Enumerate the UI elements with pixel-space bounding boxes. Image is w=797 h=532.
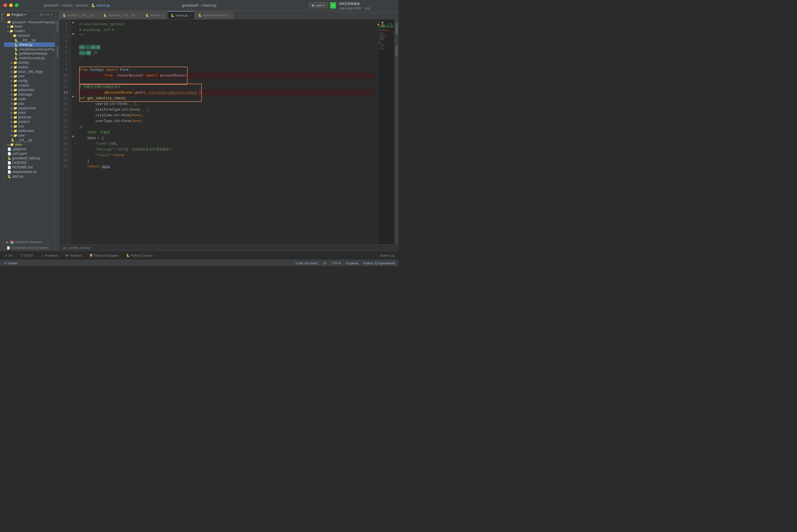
scratches-item[interactable]: 📋 Scratches and Consoles: [4, 245, 55, 251]
breadcrumb-routers[interactable]: routers: [62, 3, 72, 7]
tree-routers[interactable]: ▾ 📁 routers: [4, 29, 55, 33]
payaccount-label: payaccount: [18, 106, 36, 110]
tree-message[interactable]: ▶ 📁 message: [4, 92, 55, 97]
tree-pricerule[interactable]: ▶ 📁 pricerule: [4, 115, 55, 119]
ph-icon-settings[interactable]: ⚙: [47, 13, 49, 16]
tree-gitignore[interactable]: 📄 .gitignore: [4, 147, 55, 151]
fold-21[interactable]: ▶: [71, 133, 75, 139]
minimize-button[interactable]: [9, 3, 13, 7]
close-button[interactable]: [3, 3, 7, 7]
python-version-status[interactable]: Python 3.8 (greedwolf): [363, 262, 396, 265]
code-content[interactable]: #!/usr/bin/env python3 # encoding: utf-8…: [76, 19, 377, 244]
maximize-button[interactable]: [15, 3, 19, 7]
fold-3[interactable]: ▶: [71, 31, 75, 36]
tree-check-py[interactable]: 🐍 check.py: [4, 42, 55, 47]
tree-activity[interactable]: ▶ 📁 activity: [4, 60, 55, 65]
indent-status[interactable]: 4 spaces: [345, 262, 359, 265]
tree-license[interactable]: 📄 LICENSE: [4, 160, 55, 165]
external-libraries-item[interactable]: ▶ 📚 External Libraries: [4, 239, 55, 245]
message-label: message: [18, 93, 32, 96]
tree-datacenter[interactable]: ▶ 📁 datacenter: [4, 88, 55, 92]
tree-conf-yaml[interactable]: 📄 conf.yaml: [4, 151, 55, 156]
tab-problems[interactable]: ⚠ Problems: [40, 251, 60, 260]
project-panel: 📁 Project ▾ ⊞ ≡ ⚙ ✕ ▾ 📁 greedwolf ~/Pych…: [4, 11, 55, 251]
ph-icon-close[interactable]: ✕: [50, 13, 53, 16]
tree-start-py[interactable]: 🐍 start.py: [4, 174, 55, 179]
notification-panel[interactable]: 688天没有备份 当备份磁盘可用时，请连: [336, 0, 398, 13]
tree-venv[interactable]: ▶ 📁 venv: [4, 142, 55, 147]
tree-avalon[interactable]: ▶ 📁 avalon: [4, 65, 55, 70]
start-py-label: start.py: [12, 174, 23, 178]
code-line-15: userId:str=Form(...),: [79, 101, 374, 107]
position-status[interactable]: 13:46 (24 chars): [294, 262, 319, 265]
tree-base[interactable]: ▶ 📁 base: [4, 24, 55, 29]
project-dropdown[interactable]: ▾: [24, 13, 26, 16]
run-button[interactable]: ▶ start ▾: [309, 2, 328, 8]
tree-router-account[interactable]: 🐍 routerAccount.py: [4, 56, 55, 60]
tree-user[interactable]: ▶ 📁 user: [4, 133, 55, 138]
ph-icon-collapse[interactable]: ≡: [44, 13, 45, 16]
commit-label[interactable]: Commit: [1, 13, 3, 22]
tree-getbalance[interactable]: 🐍 getBalanceNew.py: [4, 51, 55, 56]
base-label: base: [15, 24, 22, 28]
tree-point[interactable]: ▶ 📁 point: [4, 110, 55, 115]
tree-order[interactable]: ▶ 📁 order: [4, 97, 55, 101]
database-label[interactable]: Database: [395, 20, 398, 36]
tab-account-init[interactable]: 🐍 account/__init__.py ×: [100, 11, 142, 19]
tab-check[interactable]: 🐍 check.py ×: [167, 11, 195, 19]
tree-requirements[interactable]: 📄 requirements.txt: [4, 170, 55, 174]
run-green-button[interactable]: ▶: [330, 2, 336, 8]
sciview-label[interactable]: SCIView: [395, 44, 398, 58]
terminal-tab-label: Terminal: [70, 254, 81, 257]
tab-event-log[interactable]: Event Log: [378, 251, 396, 260]
tree-readme[interactable]: 📄 README.md: [4, 165, 55, 170]
tree-settlement[interactable]: ▶ 📁 settlement: [4, 129, 55, 133]
tree-basic-info[interactable]: ▶ 📁 basic_info_feign: [4, 70, 55, 74]
ph-icon-layout[interactable]: ⊞: [40, 13, 43, 16]
line-ending-status[interactable]: LF: [322, 262, 328, 265]
python-packages-label: Python Packages: [94, 254, 118, 257]
tree-init[interactable]: 🐍 __init__.py: [4, 38, 55, 42]
tab-git[interactable]: ⎇ Git: [2, 251, 14, 260]
tree-config[interactable]: ▶ 📁 config: [4, 78, 55, 83]
tab-start[interactable]: 🐍 start.py ×: [142, 11, 167, 19]
tree-pay[interactable]: ▶ 📁 pay: [4, 101, 55, 106]
tab-close-5[interactable]: ×: [228, 14, 230, 17]
tree-greedwolf-start[interactable]: 🐍 greedwolf_start.py: [4, 156, 55, 160]
code-editor[interactable]: 1 2 3 4 5 6 7 8 9 10 11 12 13 14 15 16 1…: [59, 19, 398, 244]
tree-product[interactable]: ▶ 📁 product: [4, 119, 55, 124]
tree-coupon[interactable]: ▶ 📁 coupon: [4, 83, 55, 88]
tab-close-4[interactable]: ×: [189, 14, 191, 17]
tree-payaccount[interactable]: ▶ 📁 payaccount: [4, 106, 55, 110]
root-arrow: ▾: [5, 21, 6, 24]
tree-root[interactable]: ▾ 📁 greedwolf ~/PycharmProjects/greedwol…: [4, 20, 55, 24]
tree-rcm[interactable]: ▶ 📁 rcm: [4, 124, 55, 129]
tab-close-3[interactable]: ×: [162, 14, 164, 17]
structure-label[interactable]: Structure: [56, 19, 59, 33]
problems-tab-label: Problems: [45, 254, 58, 257]
git-status[interactable]: ⎇ master: [2, 261, 19, 265]
router-account-label: routerAccount.py: [19, 56, 45, 60]
breadcrumb-project[interactable]: greedwolf: [43, 3, 58, 7]
tab-routers-init[interactable]: 🐍 routers/__init__.py ×: [59, 11, 100, 19]
fold-1[interactable]: ▶: [71, 19, 75, 25]
tab-todo[interactable]: ☑ TODO: [19, 251, 35, 260]
tab-router-account[interactable]: 🐍 routerAccount.py ×: [195, 11, 234, 19]
tree-routers-init[interactable]: 🐍 __init__.py: [4, 138, 55, 142]
tree-checkbalance[interactable]: 🐍 checkBalance4QueryPay.py: [4, 47, 55, 51]
fold-14[interactable]: ▶: [71, 93, 75, 99]
check-icon: ✓: [387, 22, 389, 26]
run-dropdown[interactable]: ▾: [323, 3, 325, 7]
avalon-icon: 📁: [13, 65, 17, 69]
encoding-status[interactable]: UTF-8: [331, 262, 342, 265]
breadcrumb-account[interactable]: account: [76, 3, 88, 7]
tab-python-packages[interactable]: 📦 Python Packages: [88, 251, 120, 260]
tab-python-console[interactable]: 🐍 Python Console: [124, 251, 154, 260]
breadcrumb-file[interactable]: 🐍 check.py: [91, 3, 110, 7]
tree-cms[interactable]: ▶ 📁 cms: [4, 74, 55, 78]
favorites-label[interactable]: Favorites: [56, 45, 59, 59]
tab-close[interactable]: ×: [95, 14, 96, 17]
tab-close-2[interactable]: ×: [137, 14, 138, 17]
tab-terminal[interactable]: ▶ Terminal: [64, 251, 83, 260]
tree-account[interactable]: ▾ 📁 account: [4, 33, 55, 38]
